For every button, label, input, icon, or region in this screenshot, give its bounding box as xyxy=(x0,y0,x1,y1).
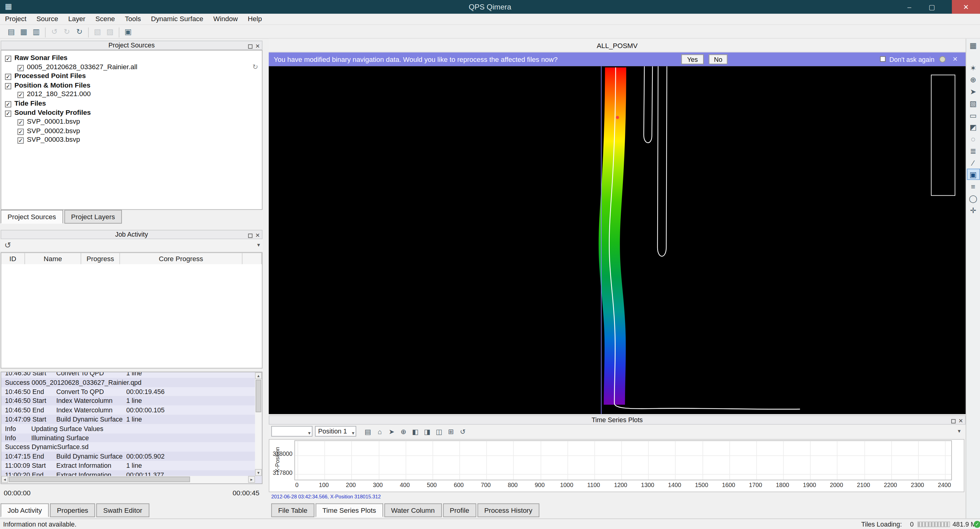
file-select-combo[interactable]: ▾ xyxy=(271,426,313,437)
checkbox-icon[interactable]: ✓ xyxy=(18,65,24,71)
job-activity-header[interactable]: Job Activity ✕ xyxy=(1,230,262,239)
menu-tools[interactable]: Tools xyxy=(120,14,146,24)
close-icon[interactable]: ✕ xyxy=(958,418,963,426)
tree-item-0005-20120628-033627-rainier-all[interactable]: ✓0005_20120628_033627_Rainier.all↻ xyxy=(1,62,262,71)
zoom-window-icon[interactable]: ▧ xyxy=(967,97,980,109)
column-header-core-progress[interactable]: Core Progress xyxy=(120,253,243,264)
save-plot-icon[interactable]: ▤ xyxy=(363,426,373,437)
horizontal-scroll-thumb[interactable] xyxy=(9,477,190,482)
float-icon[interactable] xyxy=(248,45,253,49)
create-project-icon[interactable]: ▤ xyxy=(5,26,17,38)
scroll-right-icon[interactable]: ▸ xyxy=(248,476,255,483)
tab-project-sources[interactable]: Project Sources xyxy=(1,210,63,224)
tree-item-raw-sonar-files[interactable]: ✓Raw Sonar Files xyxy=(1,53,262,62)
menu-window[interactable]: Window xyxy=(208,14,243,24)
float-icon[interactable] xyxy=(248,234,253,238)
tree-item-2012-180-s221-000[interactable]: ✓2012_180_S221.000 xyxy=(1,90,262,99)
tree-item-svp-00001-bsvp[interactable]: ✓SVP_00001.bsvp xyxy=(1,117,262,126)
pan-mode-icon[interactable]: ✛ xyxy=(967,204,980,216)
float-icon[interactable] xyxy=(951,419,956,424)
column-header-progress[interactable]: Progress xyxy=(81,253,120,264)
maximize-button[interactable]: ▢ xyxy=(923,0,941,14)
vertical-scrollbar[interactable]: ▴ ▾ xyxy=(255,372,262,476)
menu-help[interactable]: Help xyxy=(243,14,267,24)
zoom-mode-icon[interactable]: ⊕ xyxy=(398,426,409,437)
fit-y-icon[interactable]: ⊞ xyxy=(445,426,456,437)
tab-job-activity[interactable]: Job Activity xyxy=(1,503,49,517)
checkbox-icon[interactable]: ✓ xyxy=(18,119,24,125)
color-map-tool-icon[interactable]: ▣ xyxy=(967,169,980,180)
checkbox-icon[interactable]: ✓ xyxy=(5,74,11,80)
checkbox-icon[interactable]: ✓ xyxy=(5,56,11,62)
tree-item-processed-point-files[interactable]: ✓Processed Point Files xyxy=(1,71,262,81)
tree-item-position-motion-files[interactable]: ✓Position & Motion Files xyxy=(1,81,262,90)
column-header-name[interactable]: Name xyxy=(25,253,81,264)
select-cursor-icon[interactable]: ➤ xyxy=(967,86,980,97)
minimize-button[interactable]: – xyxy=(900,0,919,14)
tab-water-column[interactable]: Water Column xyxy=(384,503,442,517)
zoom-in-x-icon[interactable]: ◧ xyxy=(410,426,421,437)
sphere-view-icon[interactable]: ◯ xyxy=(967,192,980,203)
signal-select-combo[interactable]: Position 1▾ xyxy=(315,426,356,437)
rect-select-icon[interactable]: ◩ xyxy=(967,121,980,133)
tab-profile[interactable]: Profile xyxy=(443,503,476,517)
zoom-out-x-icon[interactable]: ◨ xyxy=(422,426,433,437)
yes-button[interactable]: Yes xyxy=(681,54,703,64)
plot-canvas[interactable] xyxy=(294,440,952,480)
north-up-icon[interactable]: ⊕ xyxy=(967,74,980,85)
explore-mode-icon[interactable]: ✶ xyxy=(967,62,980,73)
tab-swath-editor[interactable]: Swath Editor xyxy=(97,503,149,517)
home-view-icon[interactable]: ⌂ xyxy=(374,426,385,437)
tab-project-layers[interactable]: Project Layers xyxy=(64,210,122,224)
menu-dynamic-surface[interactable]: Dynamic Surface xyxy=(146,14,208,24)
vertical-scroll-thumb[interactable] xyxy=(256,380,261,412)
cursor-mode-icon[interactable]: ➤ xyxy=(386,426,397,437)
tree-item-sound-velocity-profiles[interactable]: ✓Sound Velocity Profiles xyxy=(1,108,262,117)
layer-stack-icon[interactable]: ≡ xyxy=(967,181,980,192)
job-table-body[interactable] xyxy=(1,264,262,369)
menu-scene[interactable]: Scene xyxy=(90,14,120,24)
dock-grid-icon[interactable]: ▦ xyxy=(967,40,980,51)
scene-canvas[interactable] xyxy=(269,66,966,414)
tab-time-series-plots[interactable]: Time Series Plots xyxy=(315,503,383,517)
column-header-id[interactable]: ID xyxy=(1,253,25,264)
scene-viewport[interactable] xyxy=(269,66,966,414)
measure-tool-icon[interactable]: ∕ xyxy=(967,157,980,168)
add-raw-sonar-icon[interactable]: ▥ xyxy=(30,26,42,38)
toolbar-menu-caret-icon[interactable]: ▾ xyxy=(958,428,960,434)
checkbox-icon[interactable]: ✓ xyxy=(5,101,11,107)
checkbox-icon[interactable]: ✓ xyxy=(5,110,11,116)
scroll-up-icon[interactable]: ▴ xyxy=(255,372,262,379)
close-button[interactable]: ✕ xyxy=(952,0,980,14)
menu-layer[interactable]: Layer xyxy=(63,14,90,24)
tree-item-svp-00002-bsvp[interactable]: ✓SVP_00002.bsvp xyxy=(1,126,262,135)
project-sources-header[interactable]: Project Sources ✕ xyxy=(1,41,262,50)
reset-plot-icon[interactable]: ↺ xyxy=(458,426,468,437)
profile-tool-icon[interactable]: ≣ xyxy=(967,145,980,156)
tree-item-svp-00003-bsvp[interactable]: ✓SVP_00003.bsvp xyxy=(1,135,262,144)
checkbox-icon[interactable]: ✓ xyxy=(5,83,11,89)
zoom-extents-icon[interactable]: ▭ xyxy=(967,109,980,121)
tab-file-table[interactable]: File Table xyxy=(271,503,315,517)
job-log-panel[interactable]: 10:46:30 StartConvert To QPD1 lineSucces… xyxy=(1,372,262,484)
checkbox-icon[interactable]: ✓ xyxy=(18,129,24,135)
tree-item-tide-files[interactable]: ✓Tide Files xyxy=(1,98,262,108)
refresh-icon[interactable]: ↺ xyxy=(4,240,11,250)
close-icon[interactable]: ✕ xyxy=(255,43,260,51)
menu-project[interactable]: Project xyxy=(0,14,32,24)
no-button[interactable]: No xyxy=(709,54,727,64)
reprocess-icon[interactable]: ↻ xyxy=(74,26,85,38)
tab-properties[interactable]: Properties xyxy=(50,503,95,517)
scroll-down-icon[interactable]: ▾ xyxy=(255,469,262,476)
notification-close-icon[interactable]: ✕ xyxy=(953,52,958,66)
time-series-header[interactable]: Time Series Plots ✕ xyxy=(269,415,966,425)
toolbar-menu-caret-icon[interactable]: ▾ xyxy=(257,242,260,248)
scene-view-header[interactable]: ALL_POSMV xyxy=(269,38,966,52)
tab-process-history[interactable]: Process History xyxy=(477,503,539,517)
dont-ask-checkbox[interactable] xyxy=(880,56,885,62)
lasso-select-icon[interactable]: ◌ xyxy=(967,133,980,145)
checkbox-icon[interactable]: ✓ xyxy=(18,92,24,98)
scroll-left-icon[interactable]: ◂ xyxy=(1,476,8,483)
menu-source[interactable]: Source xyxy=(32,14,64,24)
dynamic-surface-icon[interactable]: ▣ xyxy=(123,26,134,38)
